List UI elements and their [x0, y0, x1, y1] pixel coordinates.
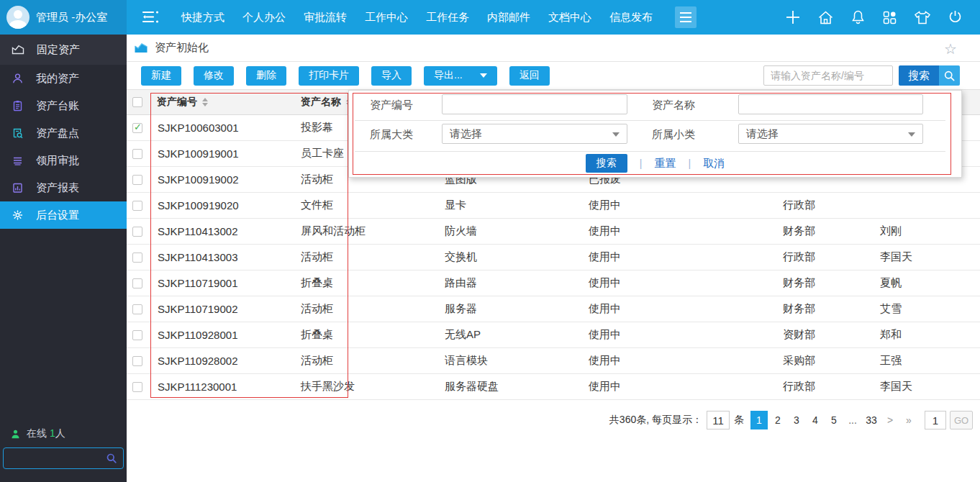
clipboard-icon	[12, 100, 24, 112]
table-row[interactable]: SJKP110719002 活动柜 服务器 使用中 财务部 艾雪	[127, 296, 980, 322]
nav-item[interactable]: 信息发布	[609, 11, 653, 24]
user-name: 管理员 -办公室	[36, 11, 107, 24]
pagination: 共360条, 每页显示： 条 12345...33>» GO	[127, 410, 980, 430]
nav-item[interactable]: 内部邮件	[487, 11, 530, 24]
row-checkbox[interactable]	[132, 175, 142, 185]
row-checkbox[interactable]	[132, 330, 142, 340]
power-icon[interactable]	[948, 9, 963, 25]
popup-search-button[interactable]: 搜索	[586, 154, 627, 173]
table-row[interactable]: SJKP110928001 折叠桌 无线AP 使用中 资财部 郑和	[127, 322, 980, 348]
asset-name2-cell: 服务器	[439, 296, 583, 322]
nav-indent-menu-icon[interactable]	[141, 9, 160, 24]
sort-icon[interactable]	[202, 95, 208, 109]
nav-item[interactable]: 工作任务	[426, 11, 469, 24]
bell-icon[interactable]	[850, 9, 866, 25]
nav-item[interactable]: 文档中心	[548, 11, 591, 24]
table-row[interactable]: SJKP110413002 屏风和活动柜 防火墙 使用中 财务部 刘刚	[127, 219, 980, 245]
hamburger-menu-button[interactable]	[675, 6, 697, 28]
table-row[interactable]: SJKP111230001 扶手黑沙发 服务器硬盘 使用中 行政部 李国天	[127, 374, 980, 400]
search-icon[interactable]	[106, 453, 117, 464]
asset-user-cell: 刘刚	[874, 219, 980, 244]
page-button-5[interactable]: 5	[825, 411, 843, 429]
back-button[interactable]: 返回	[509, 66, 550, 86]
sidebar-item-clipboard[interactable]: 资产台账	[0, 92, 127, 119]
chevron-down-icon	[612, 132, 620, 140]
asset-status-cell: 使用中	[583, 270, 777, 296]
export-dropdown-button[interactable]: 导出...	[424, 66, 497, 86]
sidebar-item-list[interactable]: 领用审批	[0, 147, 127, 174]
asset-status-cell: 使用中	[583, 193, 777, 218]
table-row[interactable]: SJKP110928002 活动柜 语言模块 使用中 采购部 王强	[127, 348, 980, 374]
page-title-chart-icon	[134, 42, 148, 54]
row-checkbox[interactable]	[132, 304, 142, 314]
row-checkbox[interactable]	[132, 123, 142, 133]
sidebar-item-user[interactable]: 我的资产	[0, 65, 127, 92]
user-avatar[interactable]	[6, 6, 30, 29]
nav-item[interactable]: 个人办公	[242, 11, 286, 24]
page-button-2[interactable]: 2	[769, 411, 786, 429]
plus-icon[interactable]	[785, 9, 801, 25]
page-title: 资产初始化	[155, 41, 209, 55]
header-asset-code[interactable]: 资产编号	[151, 90, 295, 114]
sidebar-item-report[interactable]: 资产报表	[0, 174, 127, 201]
print-card-button[interactable]: 打印卡片	[299, 66, 359, 86]
new-button[interactable]: 新建	[141, 66, 181, 86]
go-button[interactable]: GO	[950, 411, 973, 429]
row-checkbox[interactable]	[132, 227, 142, 237]
edit-button[interactable]: 修改	[194, 66, 234, 86]
online-status: 在线 1人	[10, 427, 65, 440]
table-row[interactable]: SJKP110719001 折叠桌 路由器 使用中 财务部 夏帆	[127, 270, 980, 296]
user-icon	[12, 73, 24, 84]
asset-name2-cell: 交换机	[439, 245, 583, 270]
nav-item[interactable]: 快捷方式	[181, 11, 224, 24]
page-arrow-button[interactable]: >	[881, 411, 899, 429]
page-button-4[interactable]: 4	[807, 411, 824, 429]
asset-code-cell: SJKP100919002	[151, 167, 295, 192]
select-value: 请选择	[746, 127, 779, 141]
chevron-down-icon	[908, 132, 915, 140]
asset-code-cell: SJKP110413003	[151, 245, 295, 270]
page-button-33[interactable]: 33	[863, 411, 880, 429]
select-all-checkbox[interactable]	[132, 97, 142, 107]
grid-icon[interactable]	[882, 10, 897, 25]
sidebar-item-gear[interactable]: 后台设置	[0, 201, 127, 229]
top-nav: 快捷方式个人办公审批流转工作中心工作任务内部邮件文档中心信息发布	[181, 0, 653, 35]
chevron-down-icon	[480, 73, 487, 81]
filter-input-asset-name[interactable]	[738, 94, 923, 114]
popup-reset-button[interactable]: 重置	[655, 157, 676, 170]
asset-user-cell: 郑和	[874, 322, 980, 347]
sidebar-module-fixed-assets[interactable]: 固定资产	[0, 35, 127, 65]
home-icon[interactable]	[817, 10, 834, 25]
quick-search-button[interactable]: 搜索	[899, 65, 939, 86]
filter-select-minor-category[interactable]: 请选择	[738, 124, 923, 144]
row-checkbox[interactable]	[132, 149, 142, 159]
nav-item[interactable]: 审批流转	[304, 11, 347, 24]
user-section[interactable]: 管理员 -办公室	[0, 0, 127, 35]
import-button[interactable]: 导入	[371, 66, 412, 86]
popup-cancel-button[interactable]: 取消	[703, 157, 725, 170]
row-checkbox[interactable]	[132, 201, 142, 211]
filter-select-major-category[interactable]: 请选择	[442, 124, 627, 144]
row-checkbox[interactable]	[132, 278, 142, 288]
table-row[interactable]: SJKP110413003 活动柜 交换机 使用中 行政部 李国天	[127, 245, 980, 270]
goto-page-input[interactable]	[925, 411, 946, 429]
page-button-3[interactable]: 3	[788, 411, 805, 429]
favorite-star-icon[interactable]	[944, 40, 957, 58]
sidebar-search-input[interactable]	[4, 448, 106, 468]
filter-input-asset-code[interactable]	[442, 94, 627, 114]
row-checkbox[interactable]	[132, 253, 142, 263]
page-size-input[interactable]	[707, 411, 730, 429]
tshirt-icon[interactable]	[914, 10, 931, 25]
nav-item[interactable]: 工作中心	[365, 11, 408, 24]
row-checkbox[interactable]	[132, 382, 142, 392]
quick-search-input[interactable]	[763, 65, 893, 86]
sidebar-item-doc-search[interactable]: 资产盘点	[0, 119, 127, 147]
row-checkbox[interactable]	[132, 356, 142, 366]
sidebar-item-label: 后台设置	[36, 209, 79, 222]
search-icon[interactable]	[939, 65, 960, 86]
page-arrow-button[interactable]: »	[900, 411, 917, 429]
delete-button[interactable]: 删除	[246, 66, 286, 86]
page-button-1[interactable]: 1	[750, 411, 768, 429]
table-row[interactable]: SJKP100919020 文件柜 显卡 使用中 行政部	[127, 193, 980, 219]
asset-code-cell: SJKP100603001	[151, 115, 295, 140]
